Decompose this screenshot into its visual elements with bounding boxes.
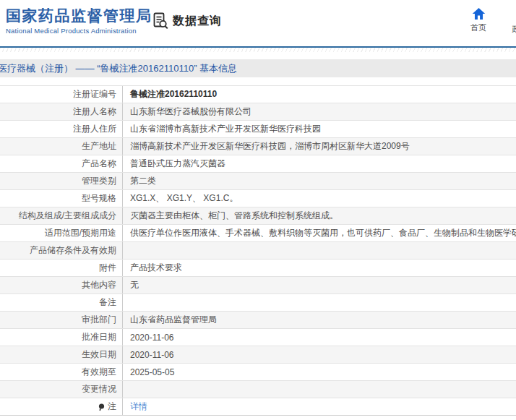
row-value: 山东省药品监督管理局 xyxy=(123,314,516,326)
row-value: 山东省淄博市高新技术产业开发区新华医疗科技园 xyxy=(123,123,516,135)
row-value: XG1.X、 XG1.Y、 XG1.C。 xyxy=(123,192,516,205)
row-value: 山东新华医疗器械股份有限公司 xyxy=(123,106,516,118)
row-value: 2020-11-06 xyxy=(123,333,516,343)
row-value: 淄博高新技术产业开发区新华医疗科技园，淄博市周村区新华大道2009号 xyxy=(123,140,516,153)
logo-subtitle: National Medical Products Administration xyxy=(6,27,152,35)
data-query-menu[interactable]: 数据查询 xyxy=(152,12,222,30)
nav-home[interactable]: 首页 xyxy=(463,7,494,33)
nav-next-partial[interactable]: 政 xyxy=(502,24,516,35)
row-label: 注 xyxy=(0,398,123,415)
breadcrumb: 医疗器械（注册） —— “鲁械注准20162110110” 基本信息 xyxy=(0,62,237,75)
table-row: 批准日期 2020-11-06 xyxy=(0,328,516,346)
table-row: 生产地址 淄博高新技术产业开发区新华医疗科技园，淄博市周村区新华大道2009号 xyxy=(0,137,516,155)
row-label: 管理类别 xyxy=(0,173,123,189)
table-row: 适用范围/预期用途 供医疗单位作医用液体、手术器械、敷料织物等灭菌用，也可供药厂… xyxy=(0,224,516,241)
row-value: 详情 xyxy=(123,400,516,413)
nav-home-label: 首页 xyxy=(470,22,486,33)
row-label: 备注 xyxy=(0,294,123,311)
table-row: 审批部门 山东省药品监督管理局 xyxy=(0,311,516,328)
table-row: 有效期至 2025-05-05 xyxy=(0,363,516,380)
row-label: 注册人住所 xyxy=(0,121,123,137)
nmpa-logo[interactable]: 国家药品监督管理局 National Medical Products Admi… xyxy=(6,7,152,35)
table-row: 管理类别 第二类 xyxy=(0,172,516,189)
row-label: 注册证编号 xyxy=(0,86,123,103)
table-row: 变更情况 xyxy=(0,380,516,398)
row-label: 审批部门 xyxy=(0,312,123,328)
table-row: 其他内容 无 xyxy=(0,276,516,293)
row-value: 2020-11-06 xyxy=(123,350,516,360)
table-row: 附件 产品技术要求 xyxy=(0,259,516,276)
table-row: 注册证编号 鲁械注准20162110110 xyxy=(0,85,516,103)
row-label: 型号规格 xyxy=(0,190,123,207)
row-label: 适用范围/预期用途 xyxy=(0,225,123,241)
hatch-pattern-band xyxy=(0,48,516,56)
table-row: 注册人名称 山东新华医疗器械股份有限公司 xyxy=(0,103,516,120)
row-label: 批准日期 xyxy=(0,329,123,346)
table-row: 产品名称 普通卧式压力蒸汽灭菌器 xyxy=(0,155,516,172)
logo-title: 国家药品监督管理局 xyxy=(6,7,152,25)
row-value: 产品技术要求 xyxy=(123,262,516,274)
row-label: 附件 xyxy=(0,260,123,276)
row-label: 其他内容 xyxy=(0,277,123,293)
row-label: 结构及组成/主要组成成分 xyxy=(0,207,123,224)
row-label: 产品名称 xyxy=(0,155,123,172)
row-label: 生效日期 xyxy=(0,346,123,363)
nav-next-label: 政 xyxy=(512,24,516,35)
row-value: 灭菌器主要由柜体、柜门、管路系统和控制系统组成。 xyxy=(123,210,516,222)
table-row: 型号规格 XG1.X、 XG1.Y、 XG1.C。 xyxy=(0,189,516,207)
row-label: 变更情况 xyxy=(0,381,123,398)
row-label: 注册人名称 xyxy=(0,103,123,120)
row-value: 无 xyxy=(123,279,516,291)
row-label: 生产地址 xyxy=(0,138,123,155)
table-row: 产品储存条件及有效期 xyxy=(0,241,516,259)
row-value: 鲁械注准20162110110 xyxy=(123,88,516,100)
data-query-label: 数据查询 xyxy=(173,14,222,29)
table-row: 结构及组成/主要组成成分 灭菌器主要由柜体、柜门、管路系统和控制系统组成。 xyxy=(0,207,516,224)
row-label: 有效期至 xyxy=(0,364,123,380)
table-row: 注册人住所 山东省淄博市高新技术产业开发区新华医疗科技园 xyxy=(0,120,516,137)
row-value: 2025-05-05 xyxy=(123,367,516,377)
note-icon xyxy=(98,403,106,411)
row-label: 产品储存条件及有效期 xyxy=(0,242,123,259)
row-value: 第二类 xyxy=(123,175,516,187)
detail-link[interactable]: 详情 xyxy=(130,401,147,411)
table-row: 注 详情 xyxy=(0,398,516,415)
page: 国家药品监督管理局 National Medical Products Admi… xyxy=(0,0,516,420)
data-query-icon xyxy=(152,12,169,30)
breadcrumb-bar: 医疗器械（注册） —— “鲁械注准20162110110” 基本信息 xyxy=(0,59,516,77)
table-row: 生效日期 2020-11-06 xyxy=(0,346,516,363)
table-row: 备注 xyxy=(0,293,516,311)
info-table: 注册证编号 鲁械注准20162110110 注册人名称 山东新华医疗器械股份有限… xyxy=(0,85,516,416)
home-icon xyxy=(472,7,486,20)
row-value: 普通卧式压力蒸汽灭菌器 xyxy=(123,158,516,170)
row-value: 供医疗单位作医用液体、手术器械、敷料织物等灭菌用，也可供药厂、食品厂、生物制品和… xyxy=(123,227,516,239)
site-header: 国家药品监督管理局 National Medical Products Admi… xyxy=(0,0,516,46)
